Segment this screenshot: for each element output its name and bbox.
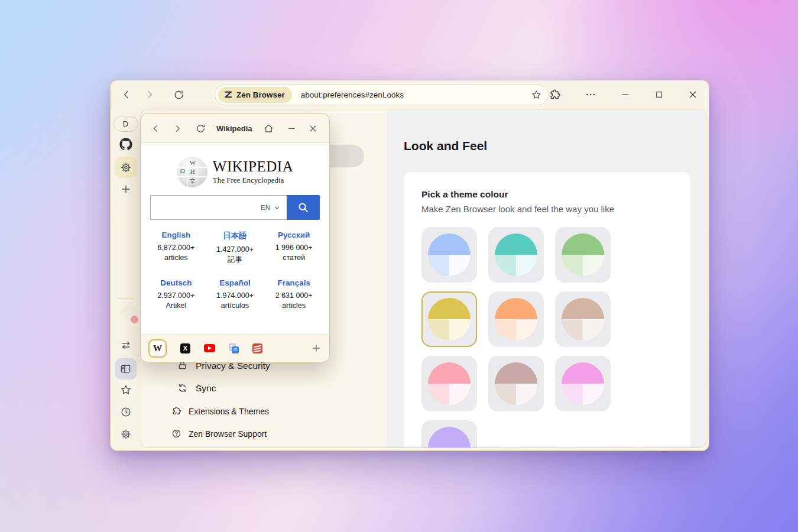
rail-divider: [118, 298, 134, 299]
wikipedia-lang-link-espa-ol[interactable]: Español: [206, 278, 265, 287]
theme-swatch-mauve[interactable]: [488, 356, 544, 411]
theme-swatch-tan[interactable]: [555, 291, 611, 347]
workspace-pill[interactable]: D: [113, 116, 138, 132]
star-icon: [119, 384, 132, 396]
mini-forward-button[interactable]: [173, 124, 183, 134]
wikipedia-language-selector[interactable]: EN: [261, 204, 287, 211]
site-identity-label: Zen Browser: [236, 90, 285, 99]
theme-swatch-orchid[interactable]: [555, 356, 611, 411]
back-arrow-icon: [121, 89, 132, 100]
x-logo-icon: X: [183, 345, 187, 352]
bookmark-x-twitter[interactable]: X: [180, 343, 190, 353]
workspace-switcher-button[interactable]: [120, 339, 132, 351]
url-bar[interactable]: Zen Browser about:preferences#zenLooks: [215, 85, 549, 105]
wikipedia-logo-block: Ω W И 文 WIKIPEDIA The Free Encyclopedia: [141, 157, 329, 187]
swatch-circle: [562, 362, 604, 405]
theme-swatch-lavender[interactable]: [421, 420, 477, 448]
minimize-button[interactable]: [620, 89, 631, 100]
wikipedia-search-button[interactable]: [287, 195, 320, 220]
sidebar-panel-icon: [120, 363, 132, 375]
back-button[interactable]: [119, 87, 134, 102]
bookmark-page-button[interactable]: [531, 89, 542, 100]
history-button[interactable]: [120, 406, 132, 418]
add-bookmark-button[interactable]: [311, 343, 322, 353]
mini-browser-window[interactable]: Wikipedia Ω W И 文 WIKIPEDIA The: [140, 113, 330, 362]
swatch-circle: [428, 362, 471, 405]
settings-nav-item-zen-browser-support[interactable]: Zen Browser Support: [171, 429, 267, 439]
mini-close-button[interactable]: [308, 124, 318, 134]
settings-nav-item-sync[interactable]: Sync: [177, 382, 216, 394]
mini-home-button[interactable]: [263, 123, 274, 134]
plus-icon: [120, 183, 132, 195]
swatch-circle: [495, 298, 537, 340]
theme-swatch-sky-blue[interactable]: [421, 227, 477, 283]
wikipedia-search-input[interactable]: EN: [150, 195, 287, 220]
forward-arrow-icon: [173, 124, 183, 134]
star-icon: [531, 89, 542, 100]
extensions-button[interactable]: [549, 89, 561, 101]
mini-reload-button[interactable]: [195, 123, 206, 134]
wikipedia-wordmark-block: WIKIPEDIA The Free Encyclopedia: [213, 159, 293, 185]
wikipedia-page: Ω W И 文 WIKIPEDIA The Free Encyclopedia …: [141, 142, 329, 335]
bookmarks-button[interactable]: [119, 384, 132, 396]
wikipedia-language-cell: Русский1 996 000+статей: [264, 231, 323, 265]
theme-swatch-grid: [421, 227, 611, 448]
bookmark-youtube[interactable]: [204, 344, 215, 352]
gear-icon: [120, 429, 131, 440]
refresh-icon: [173, 89, 185, 101]
theme-swatch-teal[interactable]: [488, 227, 544, 283]
pinned-tab-github[interactable]: [119, 138, 132, 151]
bookmark-google-translate[interactable]: 文 G: [229, 343, 239, 353]
minimize-icon: [287, 124, 296, 133]
home-icon: [263, 123, 274, 134]
wikipedia-wordmark: WIKIPEDIA: [213, 159, 293, 174]
theme-swatch-gold[interactable]: [421, 291, 477, 347]
page-title: Look and Feel: [404, 139, 487, 153]
magnifier-icon: [297, 201, 310, 214]
wikipedia-lang-link-item[interactable]: 日本語: [206, 231, 265, 241]
mini-back-button[interactable]: [151, 124, 161, 134]
site-identity-pill[interactable]: Zen Browser: [218, 87, 292, 103]
reload-button[interactable]: [171, 87, 186, 102]
github-icon: [119, 138, 132, 151]
new-tab-button[interactable]: [120, 183, 132, 195]
swatch-circle: [562, 298, 604, 340]
back-arrow-icon: [151, 124, 161, 134]
bookmark-wikipedia-active[interactable]: W: [148, 339, 167, 358]
wikipedia-language-cell: Deutsch2.937.000+Artikel: [147, 278, 206, 311]
clock-icon: [120, 406, 132, 418]
wikipedia-search: EN: [150, 195, 320, 220]
wikipedia-lang-link-item[interactable]: Русский: [264, 231, 323, 239]
url-text: about:preferences#zenLooks: [301, 90, 404, 99]
bookmark-todoist[interactable]: [252, 343, 262, 353]
sidebar-rail: D: [111, 109, 141, 450]
wikipedia-tagline: The Free Encyclopedia: [213, 176, 293, 185]
maximize-button[interactable]: [654, 90, 664, 99]
titlebar-nav-group: [119, 87, 186, 102]
more-menu-button[interactable]: [585, 89, 596, 100]
wikipedia-lang-link-english[interactable]: English: [147, 231, 206, 239]
swatch-circle: [495, 362, 537, 405]
zen-browser-logo-icon: [223, 90, 233, 99]
forward-button[interactable]: [142, 87, 157, 102]
theme-card-subtitle: Make Zen Browser look and feel the way y…: [421, 204, 614, 214]
gear-icon: [120, 162, 131, 173]
theme-swatch-green[interactable]: [555, 227, 611, 283]
mini-minimize-button[interactable]: [287, 124, 296, 133]
wikipedia-language-cell: English6,872,000+articles: [147, 231, 206, 265]
settings-nav-item-extensions-themes[interactable]: Extensions & Themes: [171, 406, 269, 416]
theme-swatch-orange[interactable]: [488, 291, 544, 347]
wikipedia-lang-count: 2.937.000+Artikel: [147, 291, 206, 311]
wikipedia-lang-link-fran-ais[interactable]: Français: [264, 278, 323, 287]
theme-swatch-pink[interactable]: [421, 356, 477, 411]
toggle-sidebar-button[interactable]: [115, 358, 137, 379]
pinned-tab-settings-active[interactable]: [115, 157, 137, 178]
wikipedia-language-grid: English6,872,000+articles日本語1,427,000+記事…: [147, 231, 323, 311]
mini-window-title: Wikipedia: [216, 124, 252, 133]
settings-button[interactable]: [120, 429, 131, 440]
wikipedia-lang-link-deutsch[interactable]: Deutsch: [147, 278, 206, 287]
todoist-icon: [252, 343, 262, 353]
close-button[interactable]: [687, 89, 698, 100]
plus-icon: [311, 343, 322, 353]
wikipedia-globe-icon: Ω W И 文: [177, 157, 207, 187]
